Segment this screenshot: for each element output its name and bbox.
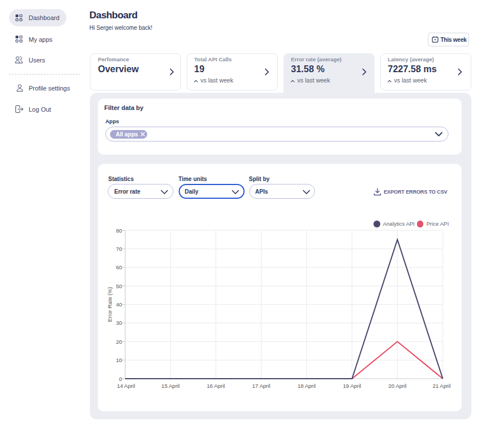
svg-text:10: 10 bbox=[116, 357, 122, 363]
svg-text:15 April: 15 April bbox=[162, 383, 180, 389]
svg-text:Error Rate (%): Error Rate (%) bbox=[107, 287, 113, 322]
svg-text:50: 50 bbox=[116, 283, 122, 289]
svg-text:20: 20 bbox=[116, 339, 122, 345]
svg-text:21 April: 21 April bbox=[432, 383, 451, 389]
svg-text:30: 30 bbox=[116, 320, 122, 326]
svg-text:18 April: 18 April bbox=[298, 383, 316, 389]
svg-text:19 April: 19 April bbox=[343, 383, 361, 389]
svg-text:40: 40 bbox=[116, 301, 122, 308]
svg-text:80: 80 bbox=[116, 227, 122, 234]
svg-text:20 April: 20 April bbox=[388, 383, 407, 389]
svg-text:16 April: 16 April bbox=[207, 383, 225, 389]
svg-text:60: 60 bbox=[116, 264, 122, 270]
svg-text:14 April: 14 April bbox=[117, 383, 135, 389]
svg-text:0: 0 bbox=[119, 376, 122, 382]
svg-text:17 April: 17 April bbox=[252, 383, 270, 389]
svg-text:70: 70 bbox=[116, 246, 122, 252]
